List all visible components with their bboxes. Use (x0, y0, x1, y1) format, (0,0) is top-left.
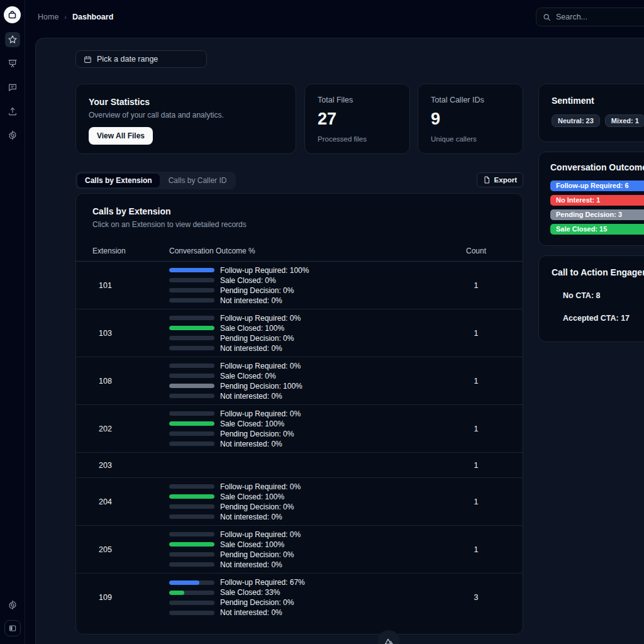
your-statistics-card: Your Statistics Overview of your call da… (75, 84, 296, 154)
sidebar-item-messages[interactable] (5, 80, 20, 95)
progress-fill (169, 494, 214, 499)
progress-track (169, 374, 214, 378)
tab-calls-by-caller-id[interactable]: Calls by Caller ID (161, 174, 235, 187)
extension-cell[interactable]: 204 (92, 497, 169, 506)
panel-toggle-icon (8, 624, 17, 633)
outcome-bar: Pending Decision: 0% (169, 503, 446, 510)
sidebar-item-settings-bottom[interactable] (5, 597, 20, 613)
progress-track (169, 336, 214, 340)
your-statistics-title: Your Statistics (89, 97, 283, 107)
outcome-bar-label: Not interested: 0% (220, 296, 282, 305)
search-input[interactable] (556, 13, 644, 21)
breadcrumb: Home › Dashboard (38, 13, 113, 21)
conversation-outcome-title: Conversation Outcome (550, 162, 644, 172)
outcome-bar-label: Not interested: 0% (220, 344, 282, 353)
progress-track (169, 421, 214, 426)
outcome-bar: Sale Closed: 33% (169, 589, 446, 596)
table-row[interactable]: 109Follow-up Required: 67%Sale Closed: 3… (76, 574, 523, 621)
column-header-outcome[interactable]: Conversation Outcome % (169, 247, 446, 255)
count-cell: 1 (446, 461, 506, 470)
outcome-bar: Follow-up Required: 0% (169, 362, 446, 369)
cta-item: No CTA: 8 (563, 291, 644, 300)
outcome-bar-label: Sale Closed: 100% (220, 419, 284, 428)
progress-track (169, 384, 214, 388)
progress-fill (169, 268, 214, 272)
progress-track (169, 411, 214, 416)
outcome-bar-label: Follow-up Required: 0% (220, 530, 301, 539)
table-row[interactable]: 2031 (76, 453, 523, 478)
progress-track (169, 268, 214, 272)
view-all-files-button[interactable]: View All Files (89, 127, 153, 145)
export-label: Export (494, 176, 517, 184)
count-cell: 3 (446, 593, 506, 602)
table-row[interactable]: 202Follow-up Required: 0%Sale Closed: 10… (76, 405, 523, 453)
app-logo[interactable] (4, 6, 21, 23)
sidebar-item-upload[interactable] (5, 104, 20, 119)
table-row[interactable]: 204Follow-up Required: 0%Sale Closed: 10… (76, 478, 523, 526)
outcome-bar: Not interested: 0% (169, 392, 446, 399)
sidebar-item-favorites[interactable] (5, 32, 20, 47)
progress-fill (169, 591, 184, 595)
total-caller-ids-title: Total Caller IDs (431, 96, 510, 104)
outcome-bar: Follow-up Required: 0% (169, 410, 446, 417)
outcome-bar: Not interested: 0% (169, 440, 446, 447)
column-header-count[interactable]: Count (446, 247, 506, 255)
outcome-bar-label: Sale Closed: 0% (220, 372, 276, 380)
outcome-bars-cell: Follow-up Required: 0%Sale Closed: 100%P… (169, 314, 446, 352)
sidebar-item-settings[interactable] (5, 128, 20, 143)
triangles-logo-icon (384, 636, 394, 644)
extension-cell[interactable]: 108 (92, 377, 169, 386)
extension-cell[interactable]: 202 (92, 425, 169, 433)
outcome-bars-cell: Follow-up Required: 0%Sale Closed: 100%P… (169, 410, 446, 447)
table-row[interactable]: 103Follow-up Required: 0%Sale Closed: 10… (76, 309, 523, 357)
extension-cell[interactable]: 203 (92, 461, 169, 470)
sentiment-card: Sentiment Neutral: 23Mixed: 1Unknown: 3 (538, 84, 644, 142)
total-files-card: Total Files 27 Processed files (304, 84, 410, 154)
table-row[interactable]: 108Follow-up Required: 0%Sale Closed: 0%… (76, 357, 523, 405)
outcome-bar-label: Follow-up Required: 0% (220, 482, 301, 491)
progress-track (169, 601, 214, 605)
progress-track (169, 288, 214, 292)
extension-cell[interactable]: 101 (92, 281, 169, 290)
outcome-bars-cell: Follow-up Required: 100%Sale Closed: 0%P… (169, 267, 446, 304)
date-range-picker[interactable]: Pick a date range (75, 50, 207, 68)
progress-fill (169, 326, 214, 330)
progress-track (169, 316, 214, 320)
extension-cell[interactable]: 103 (92, 329, 169, 338)
progress-track (169, 484, 214, 489)
table-row[interactable]: 205Follow-up Required: 0%Sale Closed: 10… (76, 526, 523, 574)
extension-cell[interactable]: 109 (92, 593, 169, 602)
tab-calls-by-extension[interactable]: Calls by Extension (77, 174, 160, 187)
gear-icon (8, 600, 18, 610)
outcome-bar-label: Pending Decision: 0% (220, 334, 294, 343)
table-body: 101Follow-up Required: 100%Sale Closed: … (76, 262, 523, 621)
progress-track (169, 394, 214, 398)
outcome-bar-label: Follow-up Required: 0% (220, 409, 301, 418)
outcome-bar: Not interested: 0% (169, 297, 446, 304)
table-row[interactable]: 101Follow-up Required: 100%Sale Closed: … (76, 262, 523, 309)
extension-cell[interactable]: 205 (92, 545, 169, 554)
outcome-bar: Sale Closed: 100% (169, 325, 446, 331)
progress-track (169, 346, 214, 350)
outcome-pill: Pending Decision: 3 (550, 209, 644, 220)
cta-engagement-title: Call to Action Engagement (552, 267, 644, 277)
table-subtitle: Click on an Extension to view detailed r… (92, 220, 506, 229)
breadcrumb-current: Dashboard (72, 13, 113, 21)
sidebar-collapse-button[interactable] (4, 620, 21, 636)
outcome-bar: Not interested: 0% (169, 345, 446, 352)
count-cell: 1 (446, 377, 506, 386)
breadcrumb-home[interactable]: Home (38, 13, 58, 21)
progress-track (169, 532, 214, 536)
column-header-extension[interactable]: Extension (92, 247, 169, 255)
outcome-bar-label: Pending Decision: 0% (220, 286, 294, 295)
conversation-outcome-pills: Follow-up Required: 6No Interest: 1Pendi… (550, 180, 644, 235)
progress-fill (169, 542, 214, 547)
table-title: Calls by Extension (92, 206, 506, 216)
cta-items: No CTA: 8Accepted CTA: 17 (552, 291, 644, 323)
outcome-bar: Follow-up Required: 0% (169, 531, 446, 538)
progress-track (169, 441, 214, 446)
export-button[interactable]: Export (477, 172, 523, 187)
count-cell: 1 (446, 329, 506, 338)
search-box[interactable] (536, 8, 644, 26)
sidebar-item-presentation[interactable] (5, 56, 20, 71)
